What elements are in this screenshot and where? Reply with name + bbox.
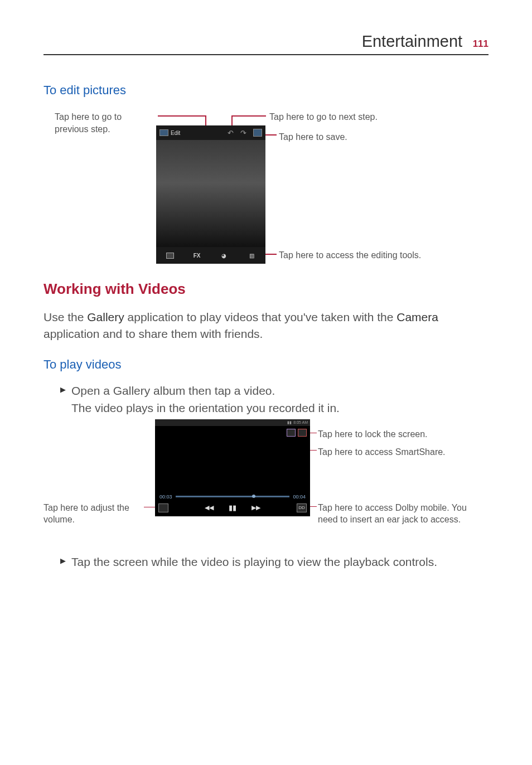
tool-adjust-icon[interactable] [166, 251, 175, 260]
gallery-app-name: Gallery [87, 311, 124, 323]
header-page-number: 111 [473, 38, 489, 49]
working-videos-body: Use the Gallery application to play vide… [43, 309, 489, 343]
callout-dolby: Tap here to access Dolby mobile. You nee… [318, 502, 468, 526]
step2-text: Tap the screen while the video is playin… [71, 553, 437, 571]
callout-prev-step: Tap here to go to previous step. [55, 111, 155, 135]
heading-working-with-videos: Working with Videos [43, 280, 489, 298]
edit-screenshot: Edit ↶ ↷ FX ◕ ▧ [156, 125, 265, 264]
video-player-screenshot: ▮▮ 8:05 AM 00:03 00:04 ◀◀ ▮▮ ▶▶ DD [155, 419, 310, 516]
page-header: Entertainment 111 [43, 32, 489, 55]
bullet-icon: ▶ [60, 385, 66, 417]
edit-topbar: Edit ↶ ↷ [156, 125, 265, 140]
forward-icon[interactable]: ▶▶ [250, 503, 262, 513]
signal-icon: ▮▮ [287, 420, 292, 425]
elapsed-time: 00:03 [159, 494, 172, 500]
rewind-icon[interactable]: ◀◀ [204, 503, 215, 513]
seek-bar[interactable] [176, 496, 290, 497]
status-bar: ▮▮ 8:05 AM [155, 419, 310, 426]
callout-editing-tools: Tap here to access the editing tools. [279, 249, 421, 262]
bullet-icon: ▶ [60, 556, 66, 571]
seek-row: 00:03 00:04 [159, 494, 306, 500]
callout-save: Tap here to save. [279, 131, 347, 143]
play-videos-step-2: ▶ Tap the screen while the video is play… [60, 553, 489, 571]
redo-icon[interactable]: ↷ [240, 129, 246, 137]
camera-app-name: Camera [396, 311, 438, 323]
figure-edit-pictures: Tap here to go to previous step. Tap her… [43, 108, 489, 264]
callout-lock-screen: Tap here to lock the screen. [318, 428, 428, 440]
callout-volume: Tap here to adjust the volume. [43, 502, 144, 526]
smartshare-icon[interactable] [287, 429, 296, 437]
edit-toolbar: FX ◕ ▧ [156, 247, 265, 264]
pause-icon[interactable]: ▮▮ [227, 503, 238, 513]
figure-video-player: Tap here to lock the screen. Tap here to… [43, 419, 489, 548]
tool-crop-icon[interactable]: ▧ [247, 251, 256, 260]
callout-smartshare: Tap here to access SmartShare. [318, 446, 446, 458]
tool-color-icon[interactable]: ◕ [219, 251, 228, 260]
heading-to-play-videos: To play videos [43, 357, 489, 372]
heading-edit-pictures: To edit pictures [43, 83, 489, 98]
header-title: Entertainment [362, 32, 463, 50]
dolby-button[interactable]: DD [297, 503, 307, 512]
tool-fx-icon[interactable]: FX [194, 253, 201, 259]
playback-controls: ◀◀ ▮▮ ▶▶ DD [158, 502, 307, 514]
edit-label: Edit [171, 130, 180, 136]
status-time: 8:05 AM [293, 420, 308, 424]
step1-line2: The video plays in the orientation you r… [71, 399, 340, 417]
total-time: 00:04 [293, 494, 306, 500]
lock-screen-icon[interactable] [298, 429, 307, 437]
callout-next-step: Tap here to go to next step. [269, 111, 378, 123]
undo-icon[interactable]: ↶ [228, 129, 234, 137]
volume-button[interactable] [158, 503, 168, 512]
play-videos-step-1: ▶ Open a Gallery album then tap a video.… [60, 382, 489, 417]
save-icon[interactable] [253, 129, 262, 137]
step1-line1: Open a Gallery album then tap a video. [71, 382, 340, 400]
edit-mode-badge: Edit [159, 129, 180, 136]
edit-image-canvas [156, 140, 265, 247]
